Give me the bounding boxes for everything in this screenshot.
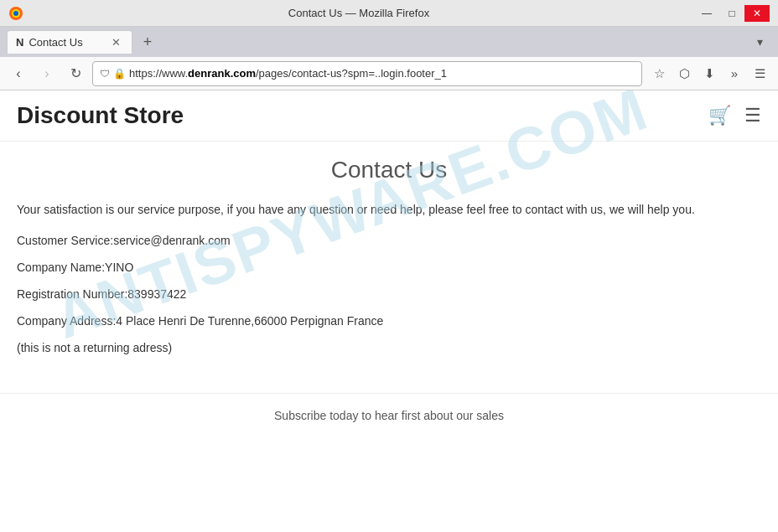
- page-heading-wrap: Contact Us: [0, 142, 778, 192]
- page-heading: Contact Us: [0, 157, 778, 183]
- download-button[interactable]: ⬇: [698, 62, 721, 85]
- cart-icon[interactable]: 🛒: [708, 105, 731, 127]
- active-tab[interactable]: N Contact Us ✕: [7, 30, 132, 54]
- tab-list-button[interactable]: ▾: [748, 30, 771, 54]
- nav-actions: ☆ ⬡ ⬇ » ☰: [647, 62, 771, 85]
- shield-icon: 🛡: [100, 68, 110, 80]
- window-title: Contact Us — Mozilla Firefox: [23, 7, 694, 19]
- page-content: Discount Store 🛒 ☰ Contact Us ANTISPYWAR…: [0, 90, 778, 532]
- site-logo: Discount Store: [17, 102, 184, 129]
- lock-icon: 🔒: [113, 68, 126, 80]
- svg-point-2: [13, 11, 18, 16]
- new-tab-button[interactable]: +: [136, 30, 159, 54]
- subscribe-text: Subscribe today to hear first about our …: [274, 409, 504, 422]
- intro-paragraph: Your satisfaction is our service purpose…: [17, 200, 738, 219]
- hamburger-menu-icon[interactable]: ☰: [744, 105, 761, 127]
- back-button[interactable]: ‹: [7, 62, 30, 85]
- tab-favicon: N: [16, 36, 23, 49]
- reload-button[interactable]: ↻: [64, 62, 87, 85]
- address-note: (this is not a returning adress): [17, 341, 738, 354]
- pocket-button[interactable]: ⬡: [672, 62, 696, 85]
- close-button[interactable]: ✕: [744, 5, 770, 22]
- site-footer: Subscribe today to hear first about our …: [0, 393, 778, 437]
- title-bar: Contact Us — Mozilla Firefox — □ ✕: [0, 0, 778, 27]
- forward-button[interactable]: ›: [35, 62, 59, 85]
- site-header: Discount Store 🛒 ☰: [0, 90, 778, 142]
- maximize-button[interactable]: □: [719, 5, 744, 22]
- minimize-button[interactable]: —: [694, 5, 719, 22]
- nav-bar: ‹ › ↻ 🛡 🔒 https://www.denrank.com/pages/…: [0, 57, 778, 90]
- tab-list-area: ▾: [748, 30, 771, 54]
- customer-service-detail: Customer Service:service@denrank.com: [17, 234, 738, 247]
- firefox-logo-icon: [8, 6, 23, 21]
- extensions-button[interactable]: »: [723, 62, 746, 85]
- content-area: Your satisfaction is our service purpose…: [0, 192, 755, 393]
- tab-close-button[interactable]: ✕: [108, 35, 123, 50]
- window-controls: — □ ✕: [694, 5, 770, 22]
- menu-button[interactable]: ☰: [748, 62, 771, 85]
- company-name-detail: Company Name:YINO: [17, 261, 738, 274]
- address-bar[interactable]: 🛡 🔒 https://www.denrank.com/pages/contac…: [92, 61, 642, 86]
- bookmark-button[interactable]: ☆: [647, 62, 671, 85]
- address-detail: Company Address:4 Place Henri De Turenne…: [17, 314, 738, 328]
- url-text: https://www.denrank.com/pages/contact-us…: [129, 67, 447, 80]
- tab-label: Contact Us: [29, 36, 103, 49]
- registration-detail: Registration Number:839937422: [17, 287, 738, 301]
- site-header-icons: 🛒 ☰: [708, 105, 761, 127]
- tab-bar: N Contact Us ✕ + ▾: [0, 27, 778, 57]
